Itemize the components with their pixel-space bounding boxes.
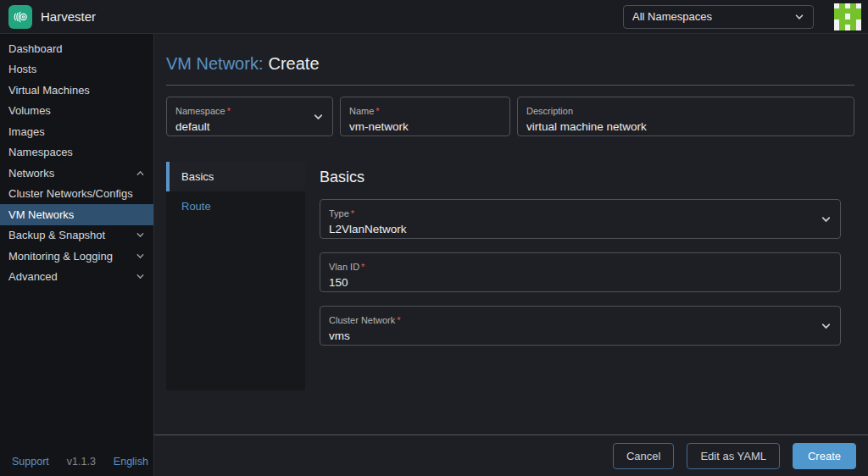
type-value: L2VlanNetwork: [329, 223, 832, 235]
vlan-id-value: 150: [329, 276, 832, 289]
user-avatar[interactable]: [834, 3, 861, 30]
required-asterisk: *: [397, 315, 400, 325]
basics-tab-content: Basics Type* L2VlanNetwork Vlan ID* 150 …: [305, 162, 854, 390]
chevron-up-icon: [136, 169, 145, 178]
sidebar-group-backup-snapshot[interactable]: Backup & Snapshot: [0, 225, 153, 246]
action-bar: Cancel Edit as YAML Create: [154, 434, 868, 476]
page-title-resource-link[interactable]: VM Network:: [166, 54, 263, 73]
sidebar-item-virtual-machines[interactable]: Virtual Machines: [0, 80, 153, 101]
sidebar-item-images[interactable]: Images: [0, 121, 153, 142]
cluster-network-value: vms: [329, 329, 832, 342]
chevron-down-icon: [794, 12, 804, 22]
description-field[interactable]: Description virtual machine network: [517, 97, 854, 136]
sidebar-group-advanced[interactable]: Advanced: [0, 267, 153, 288]
chevron-down-icon: [136, 252, 145, 261]
chevron-down-icon: [821, 213, 832, 224]
namespace-filter-value: All Namespaces: [632, 10, 712, 23]
chevron-down-icon: [136, 272, 145, 281]
sidebar-item-volumes[interactable]: Volumes: [0, 101, 153, 122]
edit-as-yaml-button[interactable]: Edit as YAML: [687, 443, 780, 469]
title-divider: [166, 85, 854, 86]
sidebar-item-dashboard[interactable]: Dashboard: [0, 38, 153, 59]
name-label: Name: [349, 106, 374, 116]
cancel-button[interactable]: Cancel: [613, 443, 674, 469]
sidebar-nav: Dashboard Hosts Virtual Machines Volumes…: [0, 34, 154, 476]
required-asterisk: *: [227, 106, 231, 116]
tab-route[interactable]: Route: [166, 191, 305, 221]
required-asterisk: *: [376, 106, 379, 116]
meta-fields-row: Namespace* default Name* vm-network Desc…: [166, 97, 854, 136]
main-panel: VM Network:Create Namespace* default Nam…: [154, 34, 868, 476]
type-label: Type: [329, 208, 349, 219]
namespace-filter-select[interactable]: All Namespaces: [623, 5, 814, 29]
language-link[interactable]: English: [114, 456, 148, 468]
support-link[interactable]: Support: [12, 456, 49, 468]
app-title: Harvester: [41, 9, 96, 24]
chevron-down-icon: [136, 230, 145, 240]
vlan-id-field[interactable]: Vlan ID* 150: [320, 252, 841, 292]
sidebar-group-networks[interactable]: Networks: [0, 163, 153, 184]
required-asterisk: *: [361, 262, 364, 272]
sidebar-item-cluster-networks-configs[interactable]: Cluster Networks/Configs: [0, 184, 153, 205]
chevron-down-icon: [313, 111, 324, 122]
page-content: VM Network:Create Namespace* default Nam…: [154, 34, 868, 434]
cluster-network-label: Cluster Network: [329, 315, 395, 325]
vlan-id-label: Vlan ID: [329, 262, 359, 272]
namespace-select[interactable]: Namespace* default: [166, 97, 333, 136]
required-asterisk: *: [351, 208, 354, 219]
tab-section: Basics Route Basics Type* L2VlanNetwork …: [166, 162, 854, 390]
section-heading: Basics: [320, 169, 841, 186]
sidebar-group-monitoring-logging[interactable]: Monitoring & Logging: [0, 246, 153, 267]
sidebar-item-hosts[interactable]: Hosts: [0, 59, 153, 80]
cluster-network-select[interactable]: Cluster Network* vms: [320, 306, 841, 346]
version-label: v1.1.3: [67, 456, 96, 468]
create-button[interactable]: Create: [793, 443, 856, 469]
name-value: vm-network: [349, 120, 501, 133]
chevron-down-icon: [821, 320, 832, 331]
name-field[interactable]: Name* vm-network: [340, 97, 510, 136]
sidebar-item-namespaces[interactable]: Namespaces: [0, 142, 153, 163]
description-label: Description: [526, 106, 573, 116]
sidebar-item-vm-networks[interactable]: VM Networks: [0, 204, 153, 225]
type-select[interactable]: Type* L2VlanNetwork: [320, 199, 841, 239]
namespace-value: default: [175, 120, 324, 133]
harvester-logo[interactable]: [8, 5, 32, 29]
harvester-wheat-icon: [12, 8, 29, 25]
top-header: Harvester All Namespaces: [0, 0, 868, 34]
page-title: VM Network:Create: [166, 54, 854, 74]
description-value: virtual machine network: [526, 120, 845, 133]
tab-column: Basics Route: [166, 162, 305, 390]
page-title-action: Create: [268, 54, 319, 73]
tab-basics[interactable]: Basics: [166, 162, 305, 191]
sidebar-footer: Support v1.1.3 English: [12, 456, 145, 468]
namespace-label: Namespace: [175, 106, 225, 116]
